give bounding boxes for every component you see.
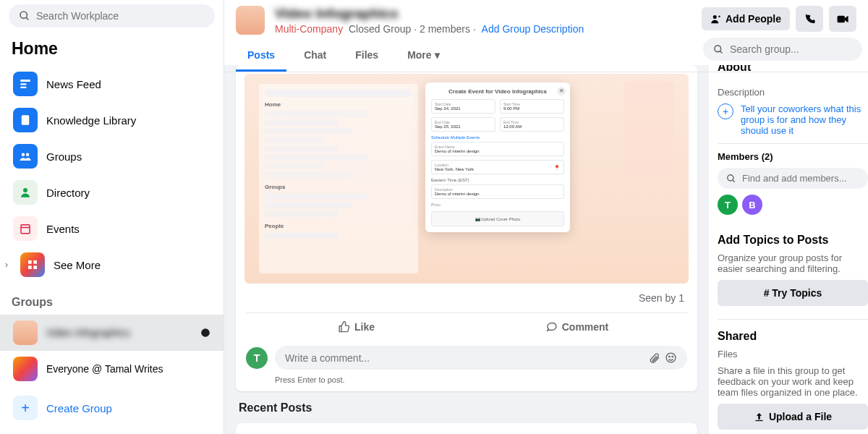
group-meta: Multi-Company Closed Group · 2 members ·… [275, 23, 692, 35]
upload-icon [754, 412, 765, 422]
svg-point-16 [713, 14, 717, 18]
workplace-search-input[interactable] [36, 10, 205, 22]
member-avatar[interactable]: T [718, 195, 738, 215]
topics-heading: Add Topics to Posts [718, 234, 868, 247]
create-group-label: Create Group [46, 402, 112, 414]
emoji-icon[interactable] [665, 352, 677, 364]
group-avatar-large [236, 6, 265, 35]
member-avatar[interactable]: B [742, 195, 762, 215]
group-avatar-icon [13, 357, 38, 381]
svg-point-6 [22, 153, 25, 157]
comment-input[interactable] [285, 352, 644, 364]
svg-point-15 [201, 328, 210, 337]
tab-more[interactable]: More ▾ [396, 41, 451, 72]
video-icon [836, 12, 850, 26]
svg-line-1 [26, 17, 28, 20]
tab-chat[interactable]: Chat [292, 41, 338, 72]
news-feed-icon [19, 77, 32, 90]
group-header: Video Infographics Multi-Company Closed … [224, 0, 868, 65]
svg-rect-2 [20, 80, 30, 82]
add-description-cta[interactable]: + Tell your coworkers what this group is… [718, 103, 868, 136]
post-image[interactable]: Home Groups People ✕ Create Event for Vi… [244, 74, 689, 284]
svg-point-23 [669, 356, 670, 357]
svg-rect-5 [22, 115, 30, 125]
try-topics-button[interactable]: # Try Topics [718, 280, 868, 306]
nav-events[interactable]: Events [6, 210, 218, 247]
nav-see-more[interactable]: See More [13, 247, 218, 283]
post-card [236, 423, 697, 434]
plus-icon: + [13, 396, 38, 420]
upload-file-button[interactable]: Upload a File [718, 404, 868, 430]
sidebar-group-video-infographics[interactable]: Video Infographics [0, 315, 224, 351]
svg-point-0 [20, 12, 27, 18]
home-heading: Home [12, 39, 212, 59]
multi-company-badge: Multi-Company [275, 23, 343, 35]
left-sidebar: Home News Feed Knowledge Library Groups … [0, 0, 224, 434]
chevron-right-icon[interactable]: › [0, 260, 13, 270]
member-search[interactable] [718, 168, 868, 189]
like-button[interactable]: Like [246, 313, 467, 340]
comment-icon [545, 320, 558, 333]
search-group[interactable] [703, 38, 862, 61]
groups-section-title: Groups [12, 296, 212, 309]
user-avatar[interactable]: T [246, 347, 268, 369]
svg-point-20 [715, 45, 721, 51]
phone-icon [804, 13, 816, 25]
recent-posts-heading: Recent Posts [239, 401, 694, 414]
add-description-link[interactable]: Add Group Description [482, 23, 584, 35]
nav-label: Knowledge Library [46, 114, 136, 127]
svg-point-8 [23, 188, 27, 192]
svg-rect-14 [33, 265, 37, 269]
description-label: Description [718, 87, 868, 98]
svg-rect-9 [21, 225, 30, 234]
nav-groups[interactable]: Groups [6, 138, 218, 174]
svg-line-26 [733, 179, 735, 182]
add-people-button[interactable]: Add People [702, 7, 790, 30]
svg-rect-11 [28, 260, 32, 264]
svg-rect-4 [20, 87, 26, 88]
nav-label: See More [54, 259, 101, 271]
screenshot-mini-ui: Home Groups People [259, 84, 418, 273]
like-icon [338, 320, 350, 333]
sidebar-group-everyone[interactable]: Everyone @ Tamal Writes [6, 351, 218, 387]
nav-label: Directory [46, 187, 90, 199]
main-feed: Home Groups People ✕ Create Event for Vi… [224, 65, 709, 434]
svg-point-7 [26, 153, 30, 157]
call-button[interactable] [796, 6, 823, 32]
topics-sub: Organize your group posts for easier sea… [718, 252, 868, 274]
directory-icon [19, 186, 32, 199]
tab-files[interactable]: Files [344, 41, 390, 72]
svg-point-24 [672, 356, 673, 357]
grid-icon [27, 259, 38, 271]
shared-heading: Shared [718, 330, 868, 343]
nav-label: Groups [46, 150, 82, 163]
close-icon: ✕ [557, 87, 566, 95]
post-card: Home Groups People ✕ Create Event for Vi… [236, 65, 697, 391]
create-event-modal: ✕ Create Event for Video Infographics St… [425, 82, 570, 232]
nav-directory[interactable]: Directory [6, 174, 218, 210]
tab-posts[interactable]: Posts [236, 41, 286, 72]
group-label: Video Infographics [46, 327, 130, 339]
plus-icon: + [718, 103, 733, 119]
svg-rect-27 [755, 420, 762, 420]
chevron-down-icon: ▾ [435, 49, 440, 61]
create-group-button[interactable]: + Create Group [6, 390, 218, 426]
search-icon [726, 174, 736, 184]
enter-hint: Press Enter to post. [236, 375, 697, 391]
add-person-icon [710, 14, 721, 25]
search-icon [713, 44, 724, 55]
comment-button[interactable]: Comment [467, 313, 687, 340]
comment-input-wrap[interactable] [275, 346, 687, 370]
nav-news-feed[interactable]: News Feed [6, 66, 218, 102]
workplace-search[interactable] [9, 4, 215, 27]
video-call-button[interactable] [829, 6, 856, 32]
seen-by[interactable]: Seen by 1 [236, 284, 697, 312]
search-group-input[interactable] [730, 43, 852, 55]
files-label: Files [718, 349, 868, 359]
attach-icon[interactable] [649, 352, 660, 364]
globe-icon [200, 328, 210, 338]
phone-mockup [624, 81, 674, 175]
svg-rect-13 [28, 265, 32, 269]
member-search-input[interactable] [742, 173, 859, 184]
nav-knowledge-library[interactable]: Knowledge Library [6, 102, 218, 138]
